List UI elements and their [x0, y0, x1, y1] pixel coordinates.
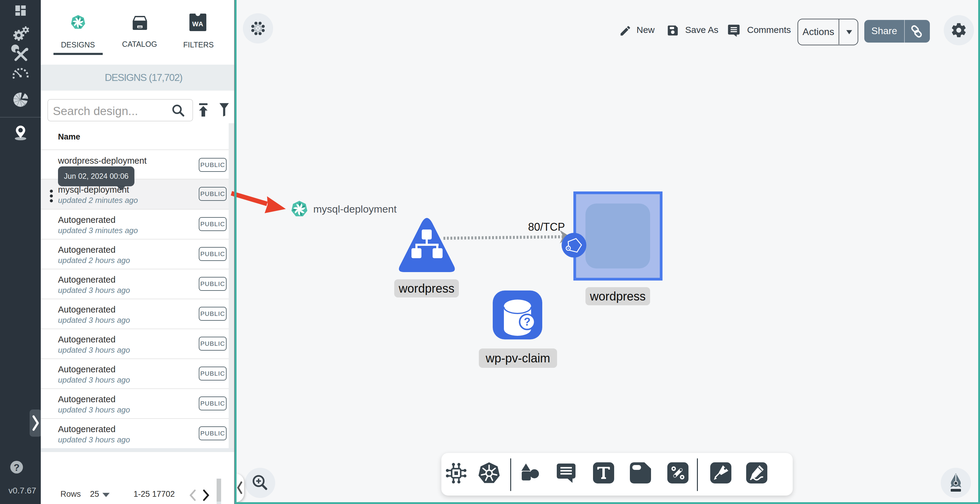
- svg-text:WA: WA: [192, 20, 203, 28]
- svg-text:?: ?: [14, 462, 20, 473]
- svg-text:?: ?: [524, 316, 530, 328]
- svg-text:v0.7.67: v0.7.67: [8, 486, 36, 495]
